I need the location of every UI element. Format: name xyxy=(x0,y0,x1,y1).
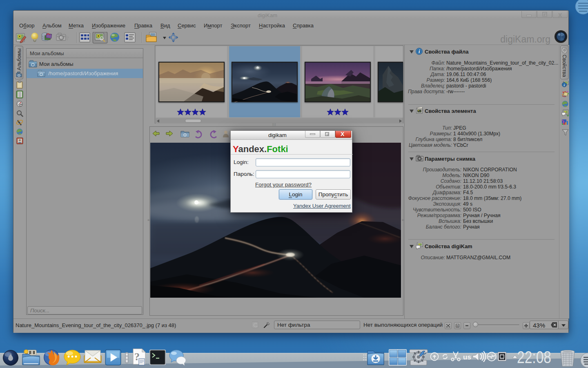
svg-text:22:08: 22:08 xyxy=(517,348,551,367)
svg-text:7: 7 xyxy=(66,36,69,42)
svg-text:1: 1 xyxy=(457,325,459,328)
svg-text:us: us xyxy=(463,353,471,361)
